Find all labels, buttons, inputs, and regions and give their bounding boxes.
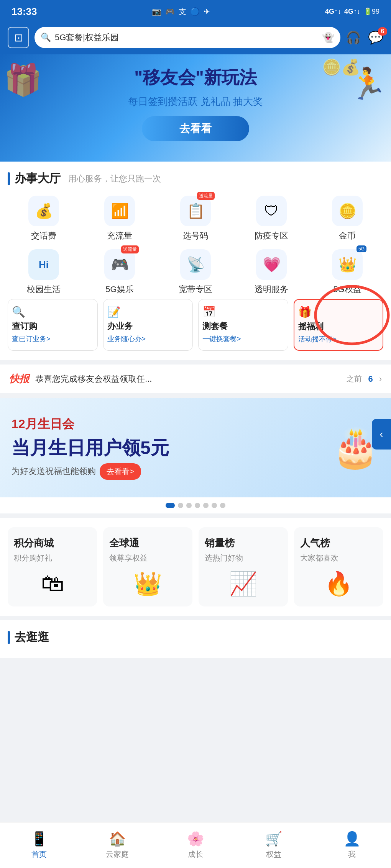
- card-title-xiaoliang: 销量榜: [205, 536, 282, 550]
- service-item-5gyle[interactable]: 🎮 送流量 5G娱乐: [84, 249, 156, 295]
- service-section-subtitle: 用心服务，让您只跑一次: [68, 173, 161, 185]
- news-arrow-icon: ›: [379, 374, 382, 384]
- service-item-touming[interactable]: 💗 透明服务: [235, 249, 307, 295]
- message-badge: 6: [378, 27, 387, 36]
- quick-action-shake[interactable]: 🎁 摇福利 活动摇不停>: [294, 299, 384, 351]
- test-icon: 📅: [202, 306, 216, 318]
- nav-label-growth: 成长: [188, 849, 203, 860]
- ghost-icon: 👻: [322, 32, 334, 44]
- service-section-title: 办事大厅: [15, 171, 61, 186]
- signal-4g-icon: 4G↑↓: [325, 8, 341, 16]
- shake-sub: 活动摇不停>: [298, 335, 337, 344]
- service-item-xuanhaoma[interactable]: 📋 送流量 选号码: [159, 196, 232, 242]
- service-item-5gquanyi[interactable]: 👑 5G 5G权益: [311, 249, 383, 295]
- dot-5: [203, 503, 209, 508]
- card-sub-xiaoliang: 选热门好物: [205, 553, 282, 563]
- nav-item-growth[interactable]: 🌸 成长: [156, 822, 235, 868]
- test-sub: 一键换套餐>: [202, 334, 241, 343]
- nav-item-rights[interactable]: 🛒 权益: [235, 822, 313, 868]
- banner-cta-button[interactable]: 去看看: [142, 116, 249, 141]
- carousel-cta[interactable]: 去看看>: [100, 463, 141, 480]
- banner-subtitle: 每日签到攒活跃 兑礼品 抽大奖: [12, 95, 380, 108]
- scan-button[interactable]: ⊡: [8, 27, 29, 48]
- nav-label-cloud: 云家庭: [106, 849, 129, 860]
- card-item-renqi[interactable]: 人气榜 大家都喜欢 🔥: [294, 527, 383, 606]
- dot-2: [178, 503, 183, 508]
- service-tag-5g: 5G: [356, 245, 366, 252]
- quick-action-query[interactable]: 🔍 查订购 查已订业务>: [8, 299, 98, 351]
- service-section-header: 办事大厅 用心服务，让您只跑一次: [8, 171, 383, 186]
- service-grid: 💰 交话费 📶 充流量 📋 送流量 选号码 🛡 防疫专区 🪙 金币 Hi 校园生…: [8, 196, 383, 295]
- section-bar-deco: [8, 172, 10, 185]
- headphone-icon: 🎧: [346, 31, 361, 44]
- nav-label-home: 首页: [31, 849, 47, 860]
- alipay-icon: 支: [179, 7, 186, 17]
- status-bar: 13:33 📷 🎮 支 🔵 ✈ 4G↑↓ 4G↑↓ 🔋99: [0, 0, 391, 23]
- service-icon-fangyi: 🛡: [256, 196, 287, 226]
- cards-grid: 积分商城 积分购好礼 🛍 全球通 领尊享权益 👑 销量榜 选热门好物 📈 人气榜…: [8, 527, 383, 606]
- nav-item-me[interactable]: 👤 我: [313, 822, 391, 868]
- message-button[interactable]: 💬 6: [368, 30, 383, 45]
- search-text: 5G套餐|权益乐园: [55, 32, 318, 43]
- carousel-item[interactable]: 12月生日会 当月生日用户领5元 为好友送祝福也能领购 去看看> 🎂: [0, 398, 391, 497]
- service-icon-xiaoyuan: Hi: [28, 249, 59, 280]
- service-item-jiaohufei[interactable]: 💰 交话费: [8, 196, 80, 242]
- card-icon-xiaoliang: 📈: [229, 570, 258, 597]
- nav-item-cloud[interactable]: 🏠 云家庭: [78, 822, 156, 868]
- news-bar[interactable]: 快报 恭喜您完成移友会权益领取任... 之前 6 ›: [0, 365, 391, 393]
- service-label-fangyi: 防疫专区: [255, 230, 288, 242]
- signal-4g2-icon: 4G↑↓: [344, 8, 360, 16]
- service-label-chongliuliang: 充流量: [107, 230, 132, 242]
- shake-icon: 🎁: [298, 306, 312, 319]
- main-banner: 🎁 🪙💰 🏃 "移友会"新玩法 每日签到攒活跃 兑礼品 抽大奖 去看看: [0, 54, 391, 162]
- card-title-jifenshangcheng: 积分商城: [14, 536, 91, 550]
- card-title-quanqiutong: 全球通: [109, 536, 186, 550]
- service-item-jinbi[interactable]: 🪙 金币: [311, 196, 383, 242]
- dot-7: [220, 503, 225, 508]
- service-item-xiaoyuan[interactable]: Hi 校园生活: [8, 249, 80, 295]
- quick-action-business[interactable]: 📝 办业务 业务随心办>: [103, 299, 193, 351]
- service-item-fangyi[interactable]: 🛡 防疫专区: [235, 196, 307, 242]
- search-bar[interactable]: 🔍 5G套餐|权益乐园 👻: [34, 27, 340, 48]
- card-item-xiaoliang[interactable]: 销量榜 选热门好物 📈: [199, 527, 288, 606]
- card-icon-quanqiutong: 👑: [133, 570, 162, 597]
- service-icon-5gyle: 🎮 送流量: [104, 249, 135, 280]
- nav-label-me: 我: [348, 849, 356, 860]
- carousel-section: 12月生日会 当月生日用户领5元 为好友送祝福也能领购 去看看> 🎂: [0, 398, 391, 513]
- bottom-nav: 📱 首页 🏠 云家庭 🌸 成长 🛒 权益 👤 我: [0, 822, 391, 868]
- card-icon-jifenshangcheng: 🛍: [41, 570, 64, 597]
- news-count: 6: [368, 374, 373, 384]
- bottom-section-bar-deco: [8, 631, 10, 644]
- quick-actions: 🔍 查订购 查已订业务> 📝 办业务 业务随心办> 📅 测套餐 一键换套餐> 🎁…: [8, 299, 383, 351]
- quick-action-test[interactable]: 📅 测套餐 一键换套餐>: [198, 299, 288, 351]
- card-item-jifenshangcheng[interactable]: 积分商城 积分购好礼 🛍: [8, 527, 97, 606]
- floating-back-button[interactable]: ‹: [372, 419, 391, 450]
- service-label-xiaoyuan: 校园生活: [27, 284, 61, 295]
- card-sub-jifenshangcheng: 积分购好礼: [14, 553, 91, 563]
- service-item-chongliuliang[interactable]: 📶 充流量: [84, 196, 156, 242]
- carousel-dots: [0, 497, 391, 513]
- telegram-icon: ✈: [204, 7, 210, 16]
- shake-title: 摇福利: [298, 321, 324, 332]
- game-icon: 🎮: [165, 7, 175, 16]
- header: ⊡ 🔍 5G套餐|权益乐园 👻 🎧 💬 6: [0, 23, 391, 54]
- service-item-kuandai[interactable]: 📡 宽带专区: [159, 249, 232, 295]
- bottom-section: 去逛逛: [0, 620, 391, 658]
- card-item-quanqiutong[interactable]: 全球通 领尊享权益 👑: [103, 527, 192, 606]
- headphone-button[interactable]: 🎧: [346, 30, 361, 45]
- nav-item-home[interactable]: 📱 首页: [0, 822, 78, 868]
- query-icon: 🔍: [12, 306, 25, 318]
- news-text: 恭喜您完成移友会权益领取任...: [35, 373, 340, 385]
- service-label-5gyle: 5G娱乐: [105, 284, 133, 295]
- service-icon-jiaohufei: 💰: [28, 196, 59, 226]
- bottom-section-header: 去逛逛: [8, 629, 383, 645]
- service-label-kuandai: 宽带专区: [179, 284, 212, 295]
- card-sub-renqi: 大家都喜欢: [300, 553, 377, 563]
- service-tag-5gliuliang: 送流量: [121, 245, 139, 253]
- camera-icon: 📷: [152, 7, 161, 16]
- status-left-icons: 📷 🎮 支 🔵 ✈: [152, 7, 210, 17]
- carousel-main-title: 12月生日会: [12, 416, 328, 433]
- dot-icon: 🔵: [190, 7, 200, 16]
- business-icon: 📝: [107, 306, 121, 318]
- query-title: 查订购: [12, 320, 37, 332]
